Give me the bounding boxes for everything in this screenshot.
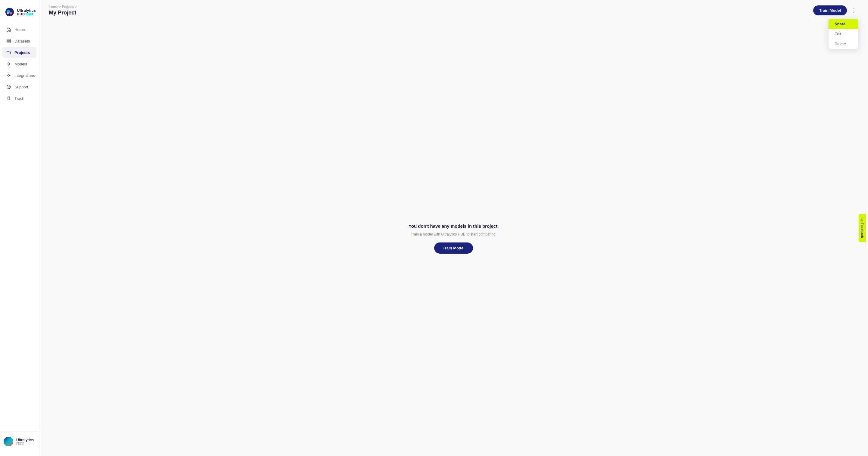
topbar-actions: Train Model ⋮ Share bbox=[813, 5, 858, 16]
svg-point-7 bbox=[8, 63, 10, 65]
feedback-icon: ☺ bbox=[861, 218, 864, 221]
sidebar-item-projects[interactable]: Projects bbox=[2, 47, 36, 58]
page-title: My Project bbox=[49, 10, 77, 16]
trash-icon bbox=[6, 95, 11, 101]
sidebar-item-integrations-label: Integrations bbox=[14, 73, 35, 78]
breadcrumb-path: Home > Projects > bbox=[49, 5, 77, 8]
sidebar-item-home-label: Home bbox=[14, 27, 25, 32]
support-icon bbox=[6, 84, 11, 90]
user-profile-area[interactable]: Ultralytics FREE bbox=[0, 432, 39, 451]
svg-point-12 bbox=[8, 75, 10, 76]
dropdown-item-share[interactable]: Share bbox=[829, 19, 858, 29]
sidebar-item-projects-label: Projects bbox=[14, 50, 30, 55]
sidebar-item-datasets[interactable]: Datasets bbox=[2, 36, 36, 47]
svg-point-2 bbox=[10, 12, 12, 15]
breadcrumb: Home > Projects > My Project bbox=[49, 5, 77, 16]
integrations-icon bbox=[6, 73, 11, 78]
dropdown-item-delete[interactable]: Delete bbox=[829, 39, 858, 49]
topbar: Home > Projects > My Project Train Model… bbox=[39, 0, 868, 21]
more-options-button[interactable]: ⋮ bbox=[849, 5, 858, 16]
user-name: Ultralytics bbox=[16, 438, 34, 442]
more-options-icon: ⋮ bbox=[851, 7, 857, 14]
datasets-icon bbox=[6, 38, 11, 44]
main-content: Home > Projects > My Project Train Model… bbox=[39, 0, 868, 456]
avatar bbox=[4, 437, 13, 446]
sidebar-item-models-label: Models bbox=[14, 62, 27, 66]
empty-state-title: You don't have any models in this projec… bbox=[408, 224, 499, 229]
beta-badge: BETA bbox=[26, 13, 33, 16]
svg-point-3 bbox=[7, 12, 9, 14]
sidebar-nav: Home Datasets Projects Models Integratio bbox=[0, 24, 39, 432]
sidebar-item-support-label: Support bbox=[14, 85, 28, 89]
sidebar-item-datasets-label: Datasets bbox=[14, 39, 30, 44]
sidebar-item-home[interactable]: Home bbox=[2, 24, 36, 35]
logo-text: Ultralytics HUB BETA bbox=[17, 8, 36, 16]
feedback-tab[interactable]: ☺ Feedback bbox=[859, 214, 866, 242]
sidebar: Ultralytics HUB BETA Home Datasets Proje… bbox=[0, 0, 39, 456]
svg-point-14 bbox=[8, 87, 9, 88]
feedback-label: Feedback bbox=[861, 223, 864, 238]
user-plan: FREE bbox=[16, 442, 34, 446]
user-info: Ultralytics FREE bbox=[16, 438, 34, 446]
breadcrumb-sep2: > bbox=[75, 5, 77, 8]
ultralytics-logo-icon bbox=[5, 7, 14, 17]
logo-area: Ultralytics HUB BETA bbox=[0, 5, 39, 24]
sidebar-item-trash[interactable]: Trash bbox=[2, 93, 36, 104]
projects-icon bbox=[6, 50, 11, 55]
svg-rect-4 bbox=[7, 39, 10, 43]
logo-hub: HUB bbox=[17, 12, 25, 16]
breadcrumb-sep1: > bbox=[59, 5, 61, 8]
dropdown-item-edit[interactable]: Edit bbox=[829, 29, 858, 39]
breadcrumb-projects[interactable]: Projects bbox=[62, 5, 74, 8]
sidebar-item-trash-label: Trash bbox=[14, 96, 24, 101]
sidebar-item-integrations[interactable]: Integrations bbox=[2, 70, 36, 81]
logo-name: Ultralytics bbox=[17, 8, 36, 12]
train-model-button[interactable]: Train Model bbox=[813, 5, 847, 16]
home-icon bbox=[6, 27, 11, 32]
sidebar-item-models[interactable]: Models bbox=[2, 58, 36, 69]
dropdown-menu: Share Edit Delete bbox=[828, 19, 858, 49]
content-area: You don't have any models in this projec… bbox=[39, 21, 868, 456]
train-model-center-button[interactable]: Train Model bbox=[434, 243, 473, 254]
empty-state-subtitle: Train a model with Ultralytics HUB to st… bbox=[411, 232, 496, 236]
breadcrumb-home[interactable]: Home bbox=[49, 5, 58, 8]
sidebar-item-support[interactable]: Support bbox=[2, 81, 36, 92]
models-icon bbox=[6, 61, 11, 67]
